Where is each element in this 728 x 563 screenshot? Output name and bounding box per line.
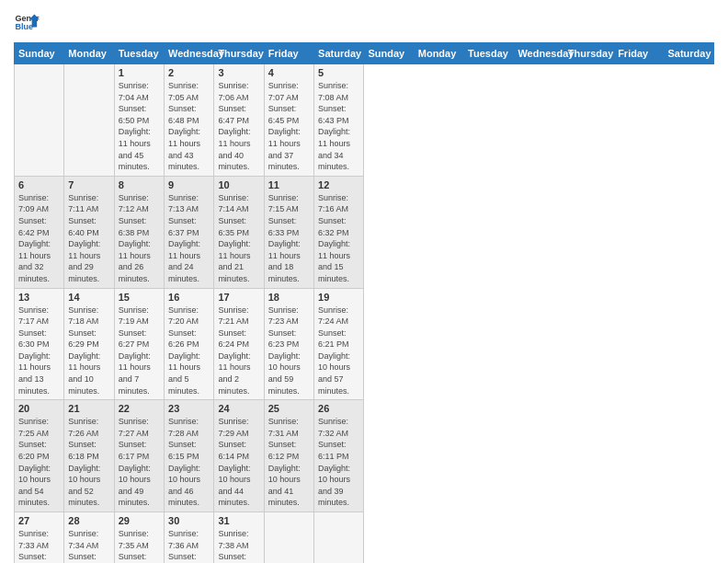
- day-of-week-header: Monday: [414, 43, 463, 64]
- cell-info: Sunrise: 7:34 AMSunset: 6:08 PMDaylight:…: [68, 528, 109, 563]
- calendar-cell: 30Sunrise: 7:36 AMSunset: 6:06 PMDayligh…: [165, 512, 214, 564]
- day-header: Thursday: [214, 43, 264, 64]
- day-header: Wednesday: [165, 43, 214, 64]
- day-number: 24: [218, 403, 259, 414]
- calendar-cell: 5Sunrise: 7:08 AMSunset: 6:43 PMDaylight…: [314, 64, 364, 177]
- cell-info: Sunrise: 7:06 AMSunset: 6:47 PMDaylight:…: [218, 80, 259, 173]
- day-number: 28: [68, 515, 109, 526]
- logo: General Blue: [14, 9, 40, 35]
- day-number: 10: [218, 179, 259, 190]
- calendar-cell: 27Sunrise: 7:33 AMSunset: 6:10 PMDayligh…: [15, 512, 64, 564]
- day-number: 16: [168, 292, 210, 303]
- day-number: 30: [168, 515, 210, 526]
- calendar-cell: 19Sunrise: 7:24 AMSunset: 6:21 PMDayligh…: [314, 288, 364, 400]
- calendar-cell: 20Sunrise: 7:25 AMSunset: 6:20 PMDayligh…: [15, 400, 64, 512]
- day-number: 6: [18, 179, 60, 190]
- cell-info: Sunrise: 7:16 AMSunset: 6:32 PMDaylight:…: [318, 192, 359, 285]
- day-number: 11: [268, 179, 310, 190]
- day-number: 19: [318, 292, 359, 303]
- calendar-cell: 26Sunrise: 7:32 AMSunset: 6:11 PMDayligh…: [314, 400, 364, 512]
- day-number: 5: [318, 67, 359, 78]
- calendar-cell: 6Sunrise: 7:09 AMSunset: 6:42 PMDaylight…: [15, 176, 64, 288]
- day-number: 7: [68, 179, 109, 190]
- calendar-cell: 11Sunrise: 7:15 AMSunset: 6:33 PMDayligh…: [264, 176, 313, 288]
- cell-info: Sunrise: 7:31 AMSunset: 6:12 PMDaylight:…: [268, 416, 310, 509]
- calendar-cell: 15Sunrise: 7:19 AMSunset: 6:27 PMDayligh…: [114, 288, 164, 400]
- calendar-cell: [15, 64, 64, 177]
- day-number: 23: [168, 403, 210, 414]
- cell-info: Sunrise: 7:11 AMSunset: 6:40 PMDaylight:…: [68, 192, 109, 285]
- day-number: 8: [119, 179, 160, 190]
- day-number: 3: [218, 67, 259, 78]
- calendar-cell: 8Sunrise: 7:12 AMSunset: 6:38 PMDaylight…: [114, 176, 164, 288]
- calendar-cell: 10Sunrise: 7:14 AMSunset: 6:35 PMDayligh…: [214, 176, 264, 288]
- day-of-week-header: Thursday: [563, 43, 613, 64]
- calendar-cell: 2Sunrise: 7:05 AMSunset: 6:48 PMDaylight…: [165, 64, 214, 177]
- cell-info: Sunrise: 7:28 AMSunset: 6:15 PMDaylight:…: [168, 416, 210, 509]
- calendar-cell: 29Sunrise: 7:35 AMSunset: 6:07 PMDayligh…: [114, 512, 164, 564]
- header: General Blue: [14, 9, 714, 35]
- calendar-cell: 14Sunrise: 7:18 AMSunset: 6:29 PMDayligh…: [64, 288, 114, 400]
- calendar-cell: 4Sunrise: 7:07 AMSunset: 6:45 PMDaylight…: [264, 64, 313, 177]
- day-header: Friday: [264, 43, 313, 64]
- cell-info: Sunrise: 7:19 AMSunset: 6:27 PMDaylight:…: [119, 304, 160, 397]
- calendar-week: 6Sunrise: 7:09 AMSunset: 6:42 PMDaylight…: [15, 176, 714, 288]
- day-number: 1: [119, 67, 160, 78]
- cell-info: Sunrise: 7:32 AMSunset: 6:11 PMDaylight:…: [318, 416, 359, 509]
- cell-info: Sunrise: 7:18 AMSunset: 6:29 PMDaylight:…: [68, 304, 109, 397]
- day-number: 31: [218, 515, 259, 526]
- day-of-week-header: Tuesday: [464, 43, 514, 64]
- calendar-cell: 7Sunrise: 7:11 AMSunset: 6:40 PMDaylight…: [64, 176, 114, 288]
- calendar-week: 27Sunrise: 7:33 AMSunset: 6:10 PMDayligh…: [15, 512, 714, 564]
- day-number: 12: [318, 179, 359, 190]
- calendar-cell: [314, 512, 364, 564]
- cell-info: Sunrise: 7:21 AMSunset: 6:24 PMDaylight:…: [218, 304, 259, 397]
- cell-info: Sunrise: 7:12 AMSunset: 6:38 PMDaylight:…: [119, 192, 160, 285]
- day-of-week-header: Friday: [614, 43, 664, 64]
- calendar-table: SundayMondayTuesdayWednesdayThursdayFrid…: [14, 42, 714, 563]
- cell-info: Sunrise: 7:24 AMSunset: 6:21 PMDaylight:…: [318, 304, 359, 397]
- day-number: 20: [18, 403, 60, 414]
- calendar-week: 1Sunrise: 7:04 AMSunset: 6:50 PMDaylight…: [15, 64, 714, 177]
- calendar-week: 13Sunrise: 7:17 AMSunset: 6:30 PMDayligh…: [15, 288, 714, 400]
- day-header: Sunday: [15, 43, 64, 64]
- cell-info: Sunrise: 7:04 AMSunset: 6:50 PMDaylight:…: [119, 80, 160, 173]
- cell-info: Sunrise: 7:27 AMSunset: 6:17 PMDaylight:…: [119, 416, 160, 509]
- cell-info: Sunrise: 7:33 AMSunset: 6:10 PMDaylight:…: [18, 528, 60, 563]
- day-header: Saturday: [314, 43, 364, 64]
- calendar-cell: 18Sunrise: 7:23 AMSunset: 6:23 PMDayligh…: [264, 288, 313, 400]
- cell-info: Sunrise: 7:17 AMSunset: 6:30 PMDaylight:…: [18, 304, 60, 397]
- day-number: 9: [168, 179, 210, 190]
- cell-info: Sunrise: 7:09 AMSunset: 6:42 PMDaylight:…: [18, 192, 60, 285]
- calendar-cell: 24Sunrise: 7:29 AMSunset: 6:14 PMDayligh…: [214, 400, 264, 512]
- logo-icon: General Blue: [14, 9, 40, 35]
- day-number: 25: [268, 403, 310, 414]
- svg-text:Blue: Blue: [15, 22, 33, 31]
- cell-info: Sunrise: 7:13 AMSunset: 6:37 PMDaylight:…: [168, 192, 210, 285]
- day-number: 14: [68, 292, 109, 303]
- day-number: 29: [119, 515, 160, 526]
- day-number: 2: [168, 67, 210, 78]
- header-row: SundayMondayTuesdayWednesdayThursdayFrid…: [15, 43, 714, 64]
- cell-info: Sunrise: 7:25 AMSunset: 6:20 PMDaylight:…: [18, 416, 60, 509]
- day-of-week-header: Wednesday: [514, 43, 563, 64]
- cell-info: Sunrise: 7:20 AMSunset: 6:26 PMDaylight:…: [168, 304, 210, 397]
- calendar-cell: 16Sunrise: 7:20 AMSunset: 6:26 PMDayligh…: [165, 288, 214, 400]
- calendar-cell: [264, 512, 313, 564]
- calendar-cell: 28Sunrise: 7:34 AMSunset: 6:08 PMDayligh…: [64, 512, 114, 564]
- day-number: 21: [68, 403, 109, 414]
- day-number: 15: [119, 292, 160, 303]
- cell-info: Sunrise: 7:05 AMSunset: 6:48 PMDaylight:…: [168, 80, 210, 173]
- day-number: 13: [18, 292, 60, 303]
- calendar-cell: 22Sunrise: 7:27 AMSunset: 6:17 PMDayligh…: [114, 400, 164, 512]
- calendar-cell: 13Sunrise: 7:17 AMSunset: 6:30 PMDayligh…: [15, 288, 64, 400]
- day-number: 26: [318, 403, 359, 414]
- cell-info: Sunrise: 7:07 AMSunset: 6:45 PMDaylight:…: [268, 80, 310, 173]
- day-number: 17: [218, 292, 259, 303]
- calendar-cell: 9Sunrise: 7:13 AMSunset: 6:37 PMDaylight…: [165, 176, 214, 288]
- calendar-cell: 23Sunrise: 7:28 AMSunset: 6:15 PMDayligh…: [165, 400, 214, 512]
- day-header: Tuesday: [114, 43, 164, 64]
- day-header: Monday: [64, 43, 114, 64]
- day-number: 18: [268, 292, 310, 303]
- day-of-week-header: Saturday: [664, 43, 714, 64]
